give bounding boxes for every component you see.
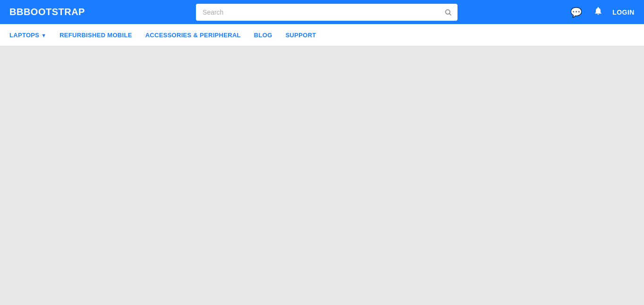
chevron-down-icon: ▼ xyxy=(41,33,46,38)
top-navbar: BBBOOTSTRAP 💬 LOGIN xyxy=(0,0,644,24)
main-content xyxy=(0,46,644,305)
nav-link-blog[interactable]: BLOG xyxy=(254,32,272,39)
search-input[interactable] xyxy=(196,4,458,21)
nav-item-laptops: LAPTOPS ▼ xyxy=(9,32,46,39)
login-button[interactable]: LOGIN xyxy=(612,8,635,16)
nav-item-accessories: ACCESSORIES & PERIPHERAL xyxy=(145,32,241,39)
nav-link-support[interactable]: SUPPORT xyxy=(286,32,316,39)
nav-item-blog: BLOG xyxy=(254,32,272,39)
whatsapp-icon: 💬 xyxy=(570,7,582,18)
notification-button[interactable] xyxy=(592,4,605,20)
top-nav-actions: 💬 LOGIN xyxy=(568,4,635,20)
nav-item-support: SUPPORT xyxy=(286,32,316,39)
search-wrapper xyxy=(196,4,458,21)
bell-icon xyxy=(593,6,603,18)
brand-logo[interactable]: BBBOOTSTRAP xyxy=(9,7,85,17)
nav-link-laptops[interactable]: LAPTOPS xyxy=(9,32,39,39)
search-button[interactable] xyxy=(439,4,458,21)
sub-navbar: LAPTOPS ▼ REFURBISHED MOBILE ACCESSORIES… xyxy=(0,24,644,46)
nav-link-accessories[interactable]: ACCESSORIES & PERIPHERAL xyxy=(145,32,241,39)
nav-menu: LAPTOPS ▼ REFURBISHED MOBILE ACCESSORIES… xyxy=(9,32,316,39)
whatsapp-button[interactable]: 💬 xyxy=(568,5,584,20)
search-icon xyxy=(444,8,452,16)
nav-link-refurbished[interactable]: REFURBISHED MOBILE xyxy=(59,32,132,39)
nav-item-refurbished: REFURBISHED MOBILE xyxy=(59,32,132,39)
svg-line-1 xyxy=(449,14,451,15)
